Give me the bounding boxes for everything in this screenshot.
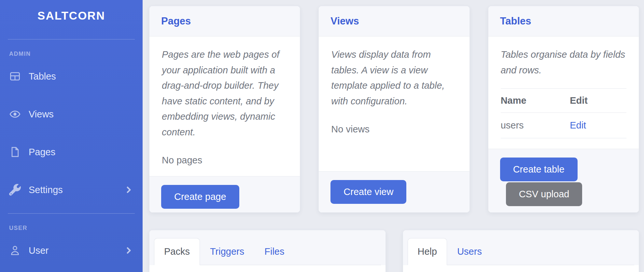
sidebar-item-label: Views [29,109,54,120]
sidebar-nav-user: User [0,232,143,269]
user-icon [9,245,21,256]
help-tab-card: Help Users [403,230,639,272]
sidebar-item-label: Pages [29,147,55,158]
pages-description: Pages are the web pages of your applicat… [162,47,287,140]
tables-list: Name Edit users Edit [501,88,626,138]
wrench-icon [9,184,21,196]
create-page-button[interactable]: Create page [161,185,239,209]
column-header-edit: Edit [570,89,626,113]
sidebar-item-settings[interactable]: Settings [0,171,143,209]
chevron-right-icon [124,186,133,194]
sidebar-divider [8,39,135,39]
sidebar-item-tables[interactable]: Tables [0,57,143,95]
csv-upload-button[interactable]: CSV upload [506,182,582,206]
packs-tab-card: Packs Triggers Files [149,230,386,272]
table-icon [9,70,21,82]
bottom-cards-row: Packs Triggers Files Help Users [149,230,639,272]
table-header-row: Name Edit [501,89,626,113]
views-empty-note: No views [331,124,457,135]
views-card: Views Views display data from tables. A … [318,6,469,213]
tables-card-title: Tables [488,6,639,37]
sidebar-item-label: Settings [29,185,63,195]
sidebar-item-user[interactable]: User [0,232,143,269]
create-table-button[interactable]: Create table [500,158,578,181]
sidebar-section-admin-label: ADMIN [9,51,143,57]
table-row: users Edit [501,113,626,138]
tab-packs[interactable]: Packs [154,238,200,265]
tables-card-body: Tables organise data by fields and rows.… [488,37,639,149]
sidebar-nav-admin: Tables Views Pages [0,57,143,209]
tables-card: Tables Tables organise data by fields an… [488,6,639,213]
sidebar-item-label: Tables [29,71,56,82]
entity-cards-row: Pages Pages are the web pages of your ap… [149,6,639,213]
sidebar-item-pages[interactable]: Pages [0,133,143,171]
help-tab-body [403,265,639,272]
tables-card-footer: Create table CSV upload [488,149,639,213]
pages-card-footer: Create page [149,176,300,213]
help-card-header: Help Users [403,230,639,265]
pages-card: Pages Pages are the web pages of your ap… [149,6,300,213]
tab-users[interactable]: Users [447,238,492,265]
views-description: Views display data from tables. A view i… [331,47,457,109]
tables-description: Tables organise data by fields and rows. [501,47,626,78]
pages-card-title: Pages [149,6,300,37]
views-card-footer: Create view [319,171,469,212]
app-logo[interactable]: SALTCORN [0,7,143,22]
sidebar-item-label: User [29,245,49,256]
column-header-name: Name [501,89,570,113]
packs-tabs: Packs Triggers Files [154,238,381,265]
chevron-right-icon [124,246,133,255]
table-cell-name: users [501,113,570,138]
pages-empty-note: No pages [162,155,287,166]
tab-triggers[interactable]: Triggers [200,238,254,265]
pages-card-body: Pages are the web pages of your applicat… [149,37,300,176]
sidebar-section-user-label: USER [9,225,143,232]
views-card-body: Views display data from tables. A view i… [319,37,469,171]
help-tabs: Help Users [408,238,635,265]
eye-icon [9,108,21,120]
create-view-button[interactable]: Create view [330,180,406,204]
packs-tab-body [149,265,385,272]
sidebar-divider [8,213,135,214]
tab-files[interactable]: Files [254,238,294,265]
main-content: Pages Pages are the web pages of your ap… [143,0,644,272]
sidebar-item-views[interactable]: Views [0,95,143,133]
views-card-title: Views [319,6,469,37]
sidebar: SALTCORN ADMIN Tables Views [0,0,143,272]
packs-card-header: Packs Triggers Files [149,230,385,265]
tab-help[interactable]: Help [408,238,447,265]
file-icon [9,146,21,158]
edit-table-link[interactable]: Edit [570,120,586,130]
